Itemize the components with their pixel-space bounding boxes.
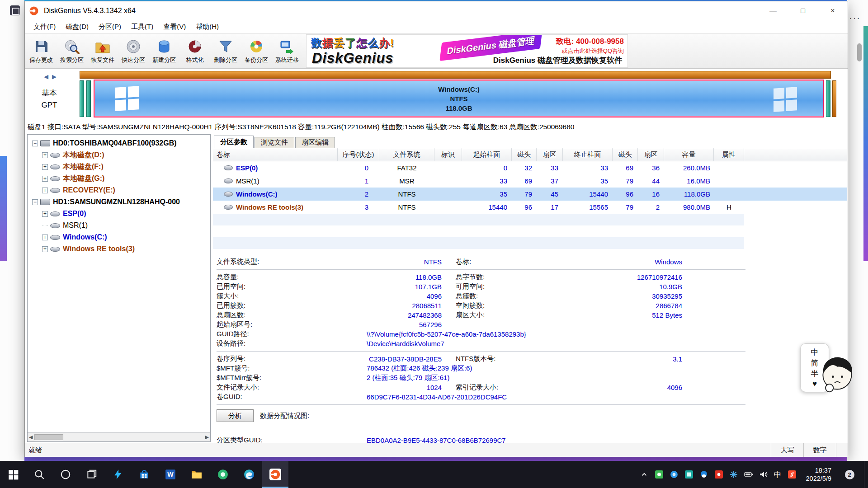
next-disk-icon[interactable]: ▶ bbox=[52, 73, 60, 80]
menu-item-5[interactable]: 帮助(H) bbox=[191, 23, 224, 31]
partition-name-cell: Windows RE tools(3) bbox=[213, 201, 338, 214]
tray-teal-app-icon[interactable] bbox=[684, 470, 693, 479]
more-options-icon[interactable]: ··· bbox=[849, 13, 861, 23]
scroll-thumb[interactable] bbox=[34, 434, 63, 440]
disk-nav-arrows[interactable]: ◀▶ bbox=[44, 73, 60, 80]
ad-qq-link[interactable]: 或点击此处选择QQ咨询 bbox=[556, 47, 624, 55]
tab-2[interactable]: 扇区编辑 bbox=[295, 137, 335, 148]
tree-item-local-disk-f[interactable]: +本地磁盘(F:) bbox=[28, 161, 210, 173]
column-header-0[interactable]: 卷标 bbox=[213, 148, 338, 161]
search-taskbar-button[interactable] bbox=[26, 461, 52, 488]
show-desktop-button[interactable] bbox=[864, 461, 867, 488]
partition-block-windows-c[interactable]: Windows(C:) NTFS 118.0GB bbox=[94, 80, 824, 117]
pinned-app-word-icon[interactable]: W bbox=[157, 461, 184, 488]
toolbar-delete-partition-button[interactable]: 删除分区 bbox=[210, 35, 241, 67]
tree-item-hd1[interactable]: −HD1:SAMSUNGMZNLN128HAHQ-000 bbox=[28, 196, 210, 208]
column-header-3[interactable]: 标识 bbox=[434, 148, 462, 161]
analyze-button[interactable]: 分析 bbox=[217, 409, 254, 422]
toolbar-quick-partition-button[interactable]: 快速分区 bbox=[118, 35, 149, 67]
tray-green-app-icon[interactable] bbox=[655, 470, 664, 479]
title-bar[interactable]: DiskGenius V5.4.3.1342 x64 — □ × bbox=[25, 1, 848, 20]
expand-icon[interactable]: + bbox=[42, 246, 48, 252]
tree-item-local-disk-d[interactable]: +本地磁盘(D:) bbox=[28, 149, 210, 161]
tree-item-msr-1[interactable]: MSR(1) bbox=[28, 220, 210, 231]
toolbar-recover-button[interactable]: 恢复文件 bbox=[87, 35, 118, 67]
action-center-button[interactable]: 2 bbox=[841, 461, 858, 488]
pinned-app-explorer-icon[interactable] bbox=[184, 461, 210, 488]
promo-banner[interactable]: 数据丢了怎么办! DiskGenius DiskGenius 磁盘管理 致电: … bbox=[306, 34, 628, 68]
task-view-button[interactable] bbox=[79, 461, 105, 488]
partition-row-windows-c[interactable]: Windows(C:)2NTFS357945154409616118.0GB bbox=[213, 188, 847, 201]
menu-item-4[interactable]: 查看(V) bbox=[158, 23, 191, 31]
partition-row-msr[interactable]: MSR(1)1MSR33693735794416.0MB bbox=[213, 174, 847, 188]
background-scrollbar[interactable] bbox=[857, 43, 862, 61]
hidden-icons-chevron-icon[interactable] bbox=[640, 470, 649, 479]
tree-item-recovery-e[interactable]: +RECOVERY(E:) bbox=[28, 184, 210, 196]
expand-icon[interactable]: + bbox=[42, 235, 48, 240]
column-header-6[interactable]: 扇区 bbox=[537, 148, 563, 161]
expand-icon[interactable]: + bbox=[42, 211, 48, 217]
partition-block-msr[interactable] bbox=[86, 80, 91, 117]
column-header-9[interactable]: 扇区 bbox=[638, 148, 664, 161]
expand-icon[interactable]: + bbox=[42, 188, 48, 193]
toolbar-format-button[interactable]: 格式化 bbox=[179, 35, 210, 67]
column-header-4[interactable]: 起始柱面 bbox=[462, 148, 512, 161]
volume-icon[interactable] bbox=[759, 470, 768, 479]
partition-row-esp[interactable]: ESP(0)0FAT3203233336936260.0MB bbox=[213, 161, 847, 174]
tree-hscrollbar[interactable]: ◀ ▶ bbox=[28, 432, 210, 441]
collapse-icon[interactable]: − bbox=[32, 199, 38, 205]
tray-qq-icon[interactable] bbox=[699, 470, 708, 479]
toolbar-search-button[interactable]: 搜索分区 bbox=[57, 35, 87, 67]
cortana-button[interactable] bbox=[52, 461, 79, 488]
minimize-button[interactable]: — bbox=[758, 1, 788, 20]
column-header-1[interactable]: 序号(状态) bbox=[338, 148, 379, 161]
pinned-app-bolt-icon[interactable] bbox=[105, 461, 131, 488]
prev-disk-icon[interactable]: ◀ bbox=[44, 73, 52, 80]
pinned-app-edge-icon[interactable] bbox=[236, 461, 262, 488]
partition-block-re-tools[interactable] bbox=[826, 80, 830, 117]
tab-0[interactable]: 分区参数 bbox=[214, 136, 254, 148]
partition-row-windows-re-tools[interactable]: Windows RE tools(3)3NTFS1544096171556579… bbox=[213, 201, 847, 214]
expand-icon[interactable]: + bbox=[42, 164, 48, 170]
tree-item-local-disk-g[interactable]: +本地磁盘(G:) bbox=[28, 173, 210, 184]
tray-snowflake-icon[interactable] bbox=[729, 470, 738, 479]
input-language-indicator[interactable]: 中 bbox=[774, 469, 782, 480]
tray-red-app-icon[interactable] bbox=[714, 470, 723, 479]
maximize-button[interactable]: □ bbox=[788, 1, 818, 20]
close-button[interactable]: × bbox=[818, 1, 848, 20]
toolbar-save-button[interactable]: 保存更改 bbox=[26, 35, 57, 67]
menu-item-0[interactable]: 文件(F) bbox=[28, 23, 61, 31]
partition-block-esp[interactable] bbox=[80, 80, 84, 117]
menu-item-2[interactable]: 分区(P) bbox=[94, 23, 126, 31]
expand-icon[interactable]: + bbox=[42, 152, 48, 158]
ime-widget[interactable]: 中简半♥ bbox=[800, 343, 855, 394]
pinned-app-green-browser-icon[interactable] bbox=[210, 461, 236, 488]
tab-1[interactable]: 浏览文件 bbox=[255, 137, 294, 148]
tree-item-windows-re-tools[interactable]: +Windows RE tools(3) bbox=[28, 243, 210, 255]
battery-icon[interactable] bbox=[744, 470, 753, 479]
tree-item-windows-c[interactable]: +Windows(C:) bbox=[28, 231, 210, 243]
column-header-11[interactable]: 属性 bbox=[714, 148, 744, 161]
tree-item-esp-0[interactable]: +ESP(0) bbox=[28, 208, 210, 220]
menu-item-3[interactable]: 工具(T) bbox=[126, 23, 158, 31]
toolbar-backup-partition-button[interactable]: 备份分区 bbox=[241, 35, 272, 67]
column-header-8[interactable]: 磁头 bbox=[613, 148, 638, 161]
start-button[interactable] bbox=[0, 461, 26, 488]
scroll-left-icon[interactable]: ◀ bbox=[29, 434, 33, 440]
column-header-7[interactable]: 终止柱面 bbox=[563, 148, 613, 161]
pinned-app-store-icon[interactable] bbox=[131, 461, 157, 488]
toolbar-new-partition-button[interactable]: 新建分区 bbox=[149, 35, 179, 67]
toolbar-system-migrate-button[interactable]: 系统迁移 bbox=[272, 35, 302, 67]
collapse-icon[interactable]: − bbox=[32, 141, 38, 146]
scroll-right-icon[interactable]: ▶ bbox=[205, 434, 209, 440]
menu-item-1[interactable]: 磁盘(D) bbox=[61, 23, 94, 31]
expand-icon[interactable]: + bbox=[42, 176, 48, 182]
taskbar-clock[interactable]: 18:372022/5/9 bbox=[802, 466, 835, 483]
taskbar-app-diskgenius[interactable] bbox=[262, 461, 288, 488]
tray-blue-circle-icon[interactable] bbox=[670, 470, 679, 479]
tray-ime-red-icon[interactable] bbox=[788, 470, 797, 479]
column-header-2[interactable]: 文件系统 bbox=[379, 148, 434, 161]
column-header-5[interactable]: 磁头 bbox=[512, 148, 537, 161]
column-header-10[interactable]: 容量 bbox=[664, 148, 714, 161]
tree-item-hd0[interactable]: −HD0:TOSHIBAMQ04ABF100(932GB) bbox=[28, 137, 210, 149]
